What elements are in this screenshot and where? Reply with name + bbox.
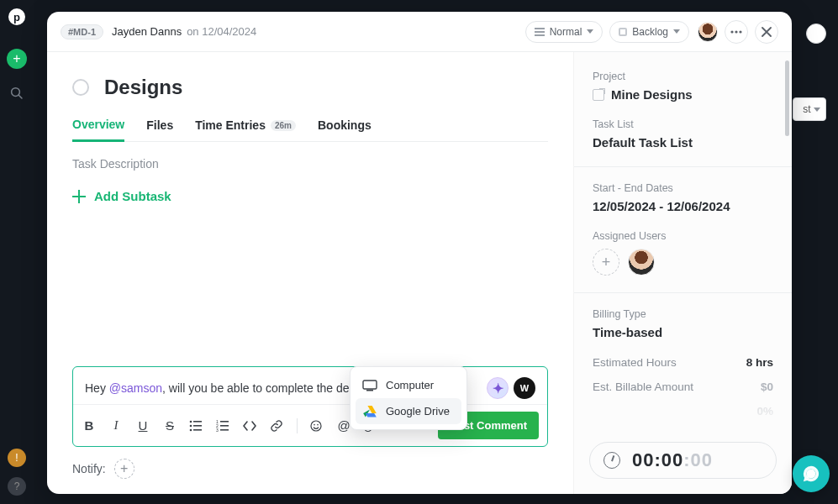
notify-label: Notify: xyxy=(72,462,106,475)
svg-text:3: 3 xyxy=(216,428,219,432)
assignee-avatar[interactable] xyxy=(628,249,655,276)
attach-menu: Computer Google Drive xyxy=(350,366,467,430)
app-rail: p + ! ? xyxy=(0,0,34,504)
clock-icon xyxy=(603,452,620,469)
project-label: Project xyxy=(593,71,773,82)
owner-avatar[interactable] xyxy=(698,22,718,42)
description-label: Task Description xyxy=(72,157,548,171)
status-icon xyxy=(619,28,627,36)
fade xyxy=(574,407,787,432)
alerts-icon[interactable]: ! xyxy=(8,449,26,467)
svg-rect-12 xyxy=(220,421,229,423)
attach-gdrive-label: Google Drive xyxy=(386,405,450,417)
svg-point-9 xyxy=(190,428,192,431)
svg-point-3 xyxy=(735,30,737,33)
create-button[interactable]: + xyxy=(7,49,27,69)
bold-button[interactable]: B xyxy=(82,418,97,433)
svg-rect-6 xyxy=(193,421,202,423)
status-dropdown[interactable]: Backlog xyxy=(609,21,689,43)
tab-overview[interactable]: Overview xyxy=(72,118,124,142)
priority-dropdown[interactable]: Normal xyxy=(525,21,603,43)
code-button[interactable] xyxy=(243,421,258,431)
svg-point-2 xyxy=(730,30,733,33)
priority-icon xyxy=(535,28,545,36)
add-notify-user-button[interactable]: + xyxy=(114,459,134,479)
search-icon[interactable] xyxy=(9,86,24,101)
help-icon[interactable]: ? xyxy=(8,477,26,496)
link-button[interactable] xyxy=(270,419,285,433)
timer-ss: :00 xyxy=(683,449,713,470)
computer-icon xyxy=(362,380,377,391)
emoji-button[interactable] xyxy=(309,419,324,433)
bullet-list-button[interactable] xyxy=(189,420,204,432)
dates-label: Start - End Dates xyxy=(593,182,773,194)
tasklist-value[interactable]: Default Task List xyxy=(593,135,773,150)
svg-rect-16 xyxy=(220,429,229,431)
bg-list-text: st xyxy=(803,103,810,115)
close-button[interactable] xyxy=(755,20,778,44)
chevron-down-icon xyxy=(673,29,680,34)
ticket-chip[interactable]: #MD-1 xyxy=(61,24,103,39)
add-assignee-button[interactable]: + xyxy=(593,249,619,276)
tab-time-entries[interactable]: Time Entries 26m xyxy=(195,118,296,141)
strike-button[interactable]: S xyxy=(162,418,177,433)
comment-text-prefix: Hey xyxy=(85,381,109,395)
support-fab[interactable] xyxy=(793,455,830,492)
bg-list-dropdown: st xyxy=(793,97,826,121)
tab-time-label: Time Entries xyxy=(195,118,266,132)
google-drive-icon xyxy=(362,406,377,417)
task-title[interactable]: Designs xyxy=(104,76,182,99)
author-name: Jayden Danns xyxy=(112,25,182,38)
svg-point-17 xyxy=(311,421,321,431)
attach-computer-label: Computer xyxy=(386,379,434,391)
est-bill-value: $0 xyxy=(761,381,773,393)
app-integration-button[interactable]: W xyxy=(514,377,535,399)
est-hours-value: 8 hrs xyxy=(746,356,773,369)
created-date: on 12/04/2024 xyxy=(187,25,256,38)
complete-toggle[interactable] xyxy=(72,79,89,96)
chevron-down-icon xyxy=(814,108,820,112)
ai-assist-button[interactable]: ✦ xyxy=(487,377,509,399)
attach-google-drive[interactable]: Google Drive xyxy=(356,398,461,424)
tasklist-label: Task List xyxy=(593,118,773,130)
dates-value[interactable]: 12/05/2024 - 12/06/2024 xyxy=(593,199,773,213)
svg-point-5 xyxy=(190,420,192,423)
billing-value[interactable]: Time-based xyxy=(593,325,773,339)
svg-point-4 xyxy=(739,30,741,33)
timer-button[interactable]: 00:00:00 xyxy=(589,442,777,479)
timer-hhmm: 00:00 xyxy=(632,449,683,470)
external-link-icon xyxy=(593,89,604,101)
task-modal: #MD-1 Jayden Danns on 12/04/2024 Normal … xyxy=(47,12,792,494)
tab-bookings[interactable]: Bookings xyxy=(318,118,372,141)
divider xyxy=(574,166,792,167)
mention[interactable]: @samson xyxy=(109,381,162,395)
tab-files[interactable]: Files xyxy=(146,118,173,141)
project-value[interactable]: Mine Designs xyxy=(611,87,693,102)
est-bill-label: Est. Billable Amount xyxy=(593,381,693,393)
more-button[interactable] xyxy=(725,20,748,44)
app-logo[interactable]: p xyxy=(8,8,25,25)
italic-button[interactable]: I xyxy=(108,418,124,433)
task-sidebar: Project Mine Designs Task List Default T… xyxy=(573,52,792,494)
modal-header: #MD-1 Jayden Danns on 12/04/2024 Normal … xyxy=(47,12,792,52)
svg-rect-10 xyxy=(193,429,202,431)
svg-rect-21 xyxy=(366,390,373,391)
priority-label: Normal xyxy=(550,26,582,38)
numbered-list-button[interactable]: 123 xyxy=(216,420,231,432)
add-subtask-label: Add Subtask xyxy=(94,189,171,203)
timer-value: 00:00:00 xyxy=(632,449,713,471)
est-hours-label: Estimated Hours xyxy=(593,356,677,369)
chevron-down-icon xyxy=(587,29,593,34)
underline-button[interactable]: U xyxy=(135,418,150,433)
svg-rect-8 xyxy=(193,425,202,427)
add-subtask-button[interactable]: Add Subtask xyxy=(72,189,548,203)
attach-computer[interactable]: Computer xyxy=(356,372,461,398)
notify-row: Notify: + xyxy=(72,459,548,479)
tabs: Overview Files Time Entries 26m Bookings xyxy=(72,118,548,142)
svg-rect-14 xyxy=(220,425,229,427)
svg-rect-20 xyxy=(363,381,377,389)
plus-icon xyxy=(72,190,86,203)
task-main: Designs Overview Files Time Entries 26m … xyxy=(47,52,573,494)
comment-editor[interactable]: Hey @samson, will you be able to complet… xyxy=(72,366,548,447)
time-badge: 26m xyxy=(271,120,296,131)
